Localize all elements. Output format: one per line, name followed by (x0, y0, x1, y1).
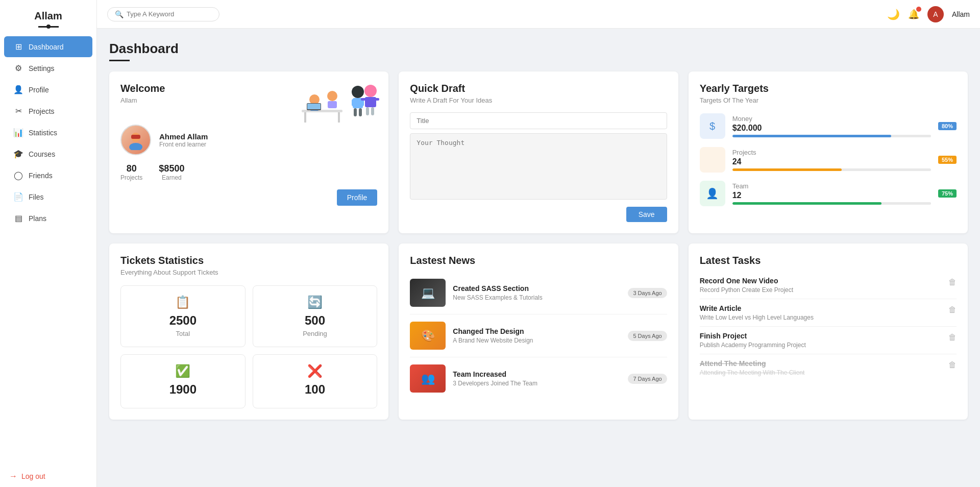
tickets-subtitle: Everything About Support Tickets (120, 269, 377, 276)
sidebar-logout[interactable]: → Log out (0, 466, 96, 487)
tickets-title: Tickets Statistics (120, 255, 377, 266)
news-list: 💻 Created SASS Section New SASS Examples… (410, 272, 667, 400)
task-text-0: Record One New Video Record Python Creat… (700, 277, 793, 294)
sidebar-item-dashboard[interactable]: ⊞Dashboard (4, 36, 92, 57)
sidebar-logo-dot (46, 25, 51, 29)
target-item-0: $ Money $20.000 80% (700, 113, 957, 139)
svg-rect-6 (307, 104, 321, 109)
notification-badge (916, 7, 921, 12)
svg-rect-1 (304, 112, 306, 123)
targets-list: $ Money $20.000 80% Projects 24 55% 👤 Te… (700, 113, 957, 206)
dashboard-icon: ⊞ (13, 42, 23, 52)
news-title-1: Changed The Design (453, 327, 621, 335)
svg-rect-8 (328, 101, 337, 108)
sidebar-item-label-projects: Projects (29, 107, 55, 115)
progress-fill-1 (732, 168, 842, 171)
projects-label: Projects (120, 174, 142, 181)
draft-thought-textarea[interactable] (410, 133, 667, 200)
task-delete-3[interactable]: 🗑 (948, 360, 957, 370)
sidebar-item-plans[interactable]: ▤Plans (4, 208, 92, 229)
settings-icon: ⚙ (13, 63, 23, 73)
yearly-targets-subtitle: Targets Of The Year (700, 96, 957, 104)
ticket-card-3: ❌ 100 (253, 354, 378, 408)
svg-rect-17 (361, 98, 366, 101)
task-title-3: Attend The Meeting (700, 359, 805, 368)
sidebar-item-settings[interactable]: ⚙Settings (4, 58, 92, 79)
search-icon: 🔍 (115, 10, 124, 18)
task-delete-0[interactable]: 🗑 (948, 278, 957, 287)
task-desc-2: Publish Academy Programming Project (700, 342, 806, 349)
sidebar-item-projects[interactable]: ✂Projects (4, 101, 92, 121)
sidebar-item-label-courses: Courses (29, 150, 55, 158)
task-desc-3: Attending The Meeting With The Client (700, 369, 805, 376)
welcome-profile-btn-wrap: Profile (120, 189, 377, 206)
target-value-2: 12 (732, 191, 931, 200)
sidebar: Allam ⊞Dashboard⚙Settings👤Profile✂Projec… (0, 0, 97, 487)
search-input[interactable] (127, 10, 208, 18)
target-info-0: Money $20.000 (732, 115, 931, 137)
task-delete-1[interactable]: 🗑 (948, 305, 957, 314)
target-label-1: Projects (732, 149, 931, 156)
target-badge-2: 75% (938, 189, 957, 198)
news-desc-0: New SASS Examples & Tutorials (453, 294, 621, 301)
row-1: Welcome Allam Ahmed Allam F (109, 71, 968, 233)
latest-news-card: Lastest News 💻 Created SASS Section New … (399, 243, 678, 420)
theme-toggle-icon[interactable]: 🌙 (887, 8, 900, 20)
main-area: 🔍 🌙 🔔 A Allam Dashboard (97, 0, 980, 487)
news-thumb-2: 👥 (410, 364, 446, 393)
sidebar-item-profile[interactable]: 👤Profile (4, 79, 92, 100)
task-text-2: Finish Project Publish Academy Programmi… (700, 332, 806, 349)
svg-rect-13 (354, 108, 357, 116)
news-date-0: 3 Days Ago (628, 288, 667, 298)
svg-rect-2 (338, 112, 340, 123)
latest-news-title: Lastest News (410, 255, 667, 266)
svg-rect-11 (352, 99, 355, 106)
svg-rect-20 (371, 107, 374, 115)
profile-button[interactable]: Profile (337, 189, 378, 206)
svg-point-15 (364, 85, 377, 97)
target-badge-0: 80% (938, 122, 957, 130)
news-info-1: Changed The Design A Brand New Website D… (453, 327, 621, 344)
svg-point-22 (129, 143, 142, 150)
task-title-2: Finish Project (700, 332, 806, 340)
search-box[interactable]: 🔍 (107, 7, 219, 21)
friends-icon: ◯ (13, 171, 23, 180)
draft-title-input[interactable] (410, 112, 667, 129)
tasks-list: Record One New Video Record Python Creat… (700, 272, 957, 381)
task-title-1: Write Article (700, 304, 814, 312)
sidebar-item-label-statistics: Statistics (29, 129, 57, 137)
quick-draft-subtitle: Write A Draft For Your Ideas (410, 96, 667, 104)
svg-rect-19 (366, 107, 369, 115)
sidebar-item-courses[interactable]: 🎓Courses (4, 143, 92, 164)
ticket-value-2: 1900 (130, 382, 236, 397)
notifications-icon[interactable]: 🔔 (908, 9, 919, 20)
sidebar-item-files[interactable]: 📄Files (4, 186, 92, 207)
ticket-icon-1: 🔄 (262, 295, 368, 309)
save-button[interactable]: Save (626, 207, 667, 222)
projects-icon: ✂ (13, 106, 23, 116)
sidebar-item-statistics[interactable]: 📊Statistics (4, 122, 92, 143)
welcome-stats: 80 Projects $8500 Earned (120, 163, 377, 181)
profile-icon: 👤 (13, 85, 23, 94)
plans-icon: ▤ (13, 213, 23, 223)
sidebar-item-label-settings: Settings (29, 64, 55, 72)
news-item-0: 💻 Created SASS Section New SASS Examples… (410, 272, 667, 314)
target-item-2: 👤 Team 12 75% (700, 181, 957, 206)
row-2: Tickets Statistics Everything About Supp… (109, 243, 968, 420)
earned-value: $8500 (159, 163, 184, 174)
welcome-stat-projects: 80 Projects (120, 163, 142, 181)
welcome-user-info: Ahmed Allam Front end learner (159, 132, 208, 148)
task-delete-2[interactable]: 🗑 (948, 333, 957, 342)
draft-save-wrap: Save (410, 207, 667, 222)
ticket-card-1: 🔄 500 Pending (253, 285, 378, 347)
yearly-targets-card: Yearly Targets Targets Of The Year $ Mon… (689, 71, 968, 233)
svg-rect-24 (131, 135, 140, 139)
task-desc-1: Write Low Level vs High Level Languages (700, 314, 814, 321)
news-title-0: Created SASS Section (453, 284, 621, 293)
sidebar-item-friends[interactable]: ◯Friends (4, 165, 92, 186)
task-item-0: Record One New Video Record Python Creat… (700, 272, 957, 299)
progress-bg-1 (732, 168, 931, 171)
sidebar-item-label-profile: Profile (29, 86, 49, 94)
sidebar-nav: ⊞Dashboard⚙Settings👤Profile✂Projects📊Sta… (0, 36, 96, 466)
sidebar-item-label-dashboard: Dashboard (29, 43, 64, 51)
